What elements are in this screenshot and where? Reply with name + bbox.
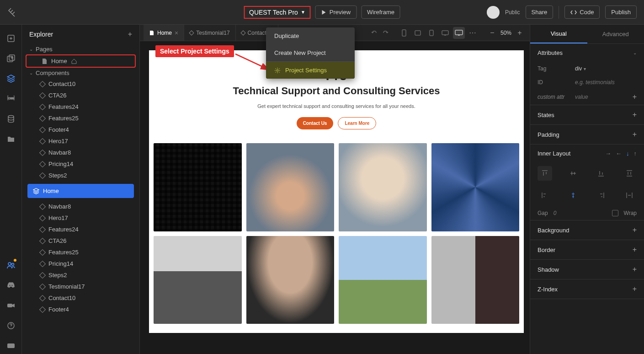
outline-item[interactable]: Features24	[26, 224, 136, 235]
gallery-image	[431, 143, 520, 231]
align-top-icon[interactable]	[538, 166, 552, 181]
outline-item[interactable]: Pricing14	[26, 258, 136, 269]
align-bottom-icon[interactable]	[594, 166, 608, 181]
contact-button[interactable]: Contact Us	[297, 117, 334, 129]
outline-header[interactable]: Home	[27, 184, 134, 198]
add-bg-button[interactable]: +	[633, 226, 637, 234]
add-padding-button[interactable]: +	[633, 130, 637, 139]
database-icon[interactable]	[3, 111, 19, 127]
tab-testimonial[interactable]: Testimonial17	[184, 25, 235, 41]
caret-down-icon: ▼	[301, 10, 305, 15]
outline-item[interactable]: Footer4	[26, 304, 136, 315]
component-item[interactable]: Features24	[26, 101, 136, 113]
outline-item[interactable]: Features25	[26, 247, 136, 258]
id-input[interactable]	[575, 79, 637, 86]
discord-icon[interactable]	[3, 277, 19, 294]
wrap-checkbox[interactable]	[612, 210, 618, 216]
page-item-home[interactable]: Home	[26, 54, 136, 68]
close-icon[interactable]: ×	[175, 29, 178, 37]
add-component-icon[interactable]	[3, 50, 19, 67]
justify-start-icon[interactable]	[538, 188, 552, 203]
align-middle-icon[interactable]	[566, 166, 580, 181]
desktop-icon[interactable]	[453, 27, 465, 39]
outline-item[interactable]: Contact10	[26, 292, 136, 304]
dropdown-duplicate[interactable]: Duplicate	[266, 27, 355, 44]
project-name-dropdown[interactable]: QUEST Tech Pro ▼	[244, 6, 311, 19]
custom-attr-input[interactable]	[575, 94, 627, 100]
tab-home[interactable]: Home ×	[144, 25, 184, 41]
component-item[interactable]: Navbar8	[26, 147, 136, 158]
redo-icon[interactable]	[382, 29, 389, 37]
tablet-icon[interactable]	[412, 27, 424, 39]
component-item[interactable]: CTA26	[26, 90, 136, 101]
border-header[interactable]: Border +	[530, 240, 644, 259]
pages-section[interactable]: ⌄ Pages	[26, 44, 136, 54]
zoom-out-button[interactable]: −	[488, 29, 497, 37]
tablet-portrait-icon[interactable]	[426, 27, 437, 39]
publish-button[interactable]: Publish	[605, 5, 637, 19]
justify-between-icon[interactable]	[622, 188, 637, 203]
component-item[interactable]: Steps2	[26, 170, 136, 181]
justify-center-icon[interactable]	[566, 188, 580, 203]
play-icon	[321, 10, 327, 15]
component-item[interactable]: Contact10	[26, 78, 136, 90]
states-header[interactable]: States +	[530, 105, 644, 124]
add-shadow-button[interactable]: +	[633, 265, 637, 274]
components-section[interactable]: ⌄ Components	[26, 68, 136, 78]
help-icon[interactable]	[3, 317, 19, 334]
add-icon[interactable]	[3, 30, 19, 47]
attributes-header[interactable]: Attributes ⌄	[530, 44, 644, 62]
arrow-left-icon[interactable]: ←	[616, 150, 622, 157]
tag-dropdown[interactable]: div ▾	[575, 65, 586, 72]
justify-end-icon[interactable]	[594, 188, 608, 203]
padding-header[interactable]: Padding +	[530, 125, 644, 144]
svg-rect-13	[442, 31, 448, 35]
component-item[interactable]: Hero17	[26, 135, 136, 147]
dropdown-create-new[interactable]: Create New Project	[266, 44, 355, 61]
component-item[interactable]: Features25	[26, 113, 136, 124]
code-button[interactable]: Code	[564, 5, 600, 19]
gallery-image	[154, 143, 242, 231]
desktop-small-icon[interactable]	[439, 27, 451, 39]
add-border-button[interactable]: +	[633, 246, 637, 254]
outline-item[interactable]: CTA26	[26, 235, 136, 247]
svg-point-6	[11, 263, 14, 266]
add-page-button[interactable]: +	[128, 30, 132, 38]
undo-icon[interactable]	[371, 29, 378, 37]
outline-item[interactable]: Steps2	[26, 269, 136, 281]
learn-more-button[interactable]: Learn More	[338, 117, 376, 129]
gap-input[interactable]	[554, 210, 572, 216]
add-attr-button[interactable]: +	[633, 93, 637, 101]
outline-item[interactable]: Hero17	[26, 212, 136, 224]
layers-icon[interactable]	[3, 70, 19, 87]
wireframe-button[interactable]: Wireframe	[361, 5, 400, 19]
avatar[interactable]	[487, 6, 500, 19]
align-stretch-icon[interactable]	[622, 166, 637, 181]
add-state-button[interactable]: +	[633, 111, 637, 119]
arrow-down-icon[interactable]: ↓	[626, 150, 629, 157]
dropdown-project-settings[interactable]: Project Settings	[266, 62, 355, 79]
share-button[interactable]: Share	[526, 5, 554, 19]
outline-item[interactable]: Navbar8	[26, 201, 136, 212]
arrow-right-icon[interactable]: →	[605, 150, 611, 157]
mobile-icon[interactable]	[398, 27, 410, 39]
outline-item[interactable]: Testimonial17	[26, 281, 136, 292]
preview-button[interactable]: Preview	[315, 5, 357, 19]
background-header[interactable]: Background +	[530, 220, 644, 240]
component-item[interactable]: Pricing14	[26, 158, 136, 170]
component-item[interactable]: Footer4	[26, 124, 136, 135]
shadow-header[interactable]: Shadow +	[530, 260, 644, 279]
tab-advanced[interactable]: Advanced	[587, 25, 644, 43]
users-icon[interactable]	[3, 257, 19, 274]
zoom-in-button[interactable]: +	[515, 29, 524, 37]
more-icon[interactable]: ⋯	[467, 27, 479, 39]
page-preview[interactable]: Pro Technical Support and Consulting Ser…	[149, 50, 524, 333]
add-zindex-button[interactable]: +	[633, 285, 637, 293]
tab-visual[interactable]: Visual	[530, 25, 587, 43]
folder-icon[interactable]	[3, 131, 19, 147]
arrow-up-icon[interactable]: ↑	[634, 150, 637, 157]
css-icon[interactable]: CSS	[3, 91, 19, 107]
keyboard-icon[interactable]	[3, 338, 19, 354]
zindex-header[interactable]: Z-Index +	[530, 279, 644, 299]
video-icon[interactable]	[3, 297, 19, 314]
